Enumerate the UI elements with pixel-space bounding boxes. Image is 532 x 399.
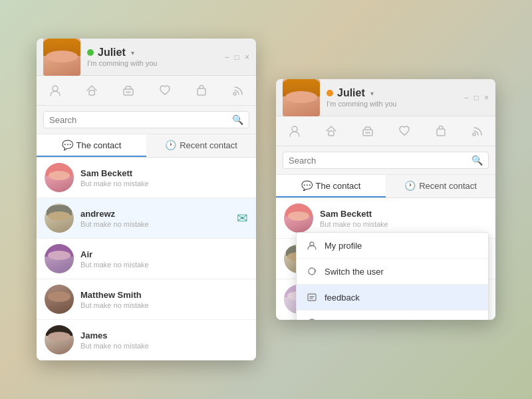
- right-window: Juliet ▾ I'm comming with you − □ ×: [276, 79, 495, 320]
- svg-point-15: [473, 133, 475, 136]
- titlebar-left: Juliet ▾ I'm comming with you − □ ×: [37, 39, 256, 76]
- avatar-face-left: [43, 39, 80, 76]
- avatar-sam-right: [284, 203, 313, 233]
- nav-bag-right[interactable]: [432, 122, 450, 140]
- contact-sub-sam-left: But make no mistake: [80, 180, 248, 188]
- contact-item-sam-left[interactable]: Sam Beckett But make no mistake: [37, 158, 256, 198]
- minimize-btn-right[interactable]: −: [464, 94, 469, 102]
- contact-info-andrewz-left: andrewz But make no mistake: [80, 209, 237, 228]
- avatar-face-right: [283, 79, 320, 116]
- svg-point-8: [292, 126, 297, 132]
- nav-home-right[interactable]: [322, 122, 340, 140]
- nav-heart-right[interactable]: [395, 122, 414, 140]
- maximize-btn-left[interactable]: □: [235, 53, 239, 61]
- search-inner-right: 🔍: [283, 152, 489, 169]
- minimize-btn-left[interactable]: −: [225, 53, 229, 61]
- contact-item-matthew-left[interactable]: Matthew Smith But make no mistake: [37, 279, 256, 320]
- search-inner-left: 🔍: [43, 111, 249, 128]
- tab-recent-icon-left: 🕐: [165, 140, 176, 150]
- menu-icon-switchuser: [306, 265, 318, 277]
- menu-icon-myprofile: [306, 239, 318, 251]
- menu-label-myprofile: My profile: [325, 241, 362, 251]
- user-name-left: Juliet: [98, 47, 126, 59]
- tab-contact-right[interactable]: 💬 The contact: [276, 175, 386, 198]
- email-icon-left: ✉: [237, 210, 248, 226]
- contact-name-sam-left: Sam Beckett: [80, 168, 248, 178]
- navbar-right: [276, 116, 495, 146]
- contact-list-left: Sam Beckett But make no mistake andrewz …: [37, 158, 256, 360]
- contact-name-matthew-left: Matthew Smith: [80, 290, 248, 300]
- svg-rect-9: [329, 131, 334, 136]
- avatar-right: [283, 79, 320, 116]
- avatar-sam-left: [45, 163, 74, 192]
- nav-rss-right[interactable]: [468, 122, 487, 140]
- menu-item-feedback[interactable]: feedback: [297, 285, 488, 311]
- close-btn-right[interactable]: ×: [484, 94, 489, 102]
- window-controls-left: − □ ×: [225, 53, 249, 61]
- nav-heart-left[interactable]: [156, 81, 174, 100]
- nav-person-right[interactable]: [285, 122, 304, 140]
- close-btn-left[interactable]: ×: [245, 53, 249, 61]
- search-icon-left[interactable]: 🔍: [232, 114, 243, 125]
- avatar-matthew-left: [45, 285, 74, 314]
- search-bar-right: 🔍: [276, 146, 495, 175]
- menu-icon-about: [306, 317, 318, 320]
- nav-rss-left[interactable]: [229, 81, 247, 100]
- chevron-icon-right[interactable]: ▾: [370, 90, 374, 97]
- search-input-left[interactable]: [49, 115, 232, 125]
- tab-contact-label-left: The contact: [76, 140, 122, 150]
- tab-recent-right[interactable]: 🕐 Recent contact: [386, 175, 495, 198]
- chevron-icon-left[interactable]: ▾: [131, 49, 134, 57]
- menu-label-about: About: [325, 319, 347, 321]
- status-dot-right: [327, 90, 333, 96]
- tab-contact-icon-right: 💬: [301, 180, 313, 191]
- svg-rect-1: [89, 90, 94, 95]
- tab-contact-icon-left: 💬: [62, 140, 73, 150]
- search-bar-left: 🔍: [37, 106, 256, 134]
- nav-bag-left[interactable]: [192, 81, 211, 100]
- contact-item-andrewz-left[interactable]: andrewz But make no mistake ✉: [37, 198, 256, 239]
- contact-name-andrewz-left: andrewz: [80, 209, 237, 219]
- contact-name-james-left: James: [80, 331, 248, 340]
- search-icon-right[interactable]: 🔍: [471, 155, 483, 166]
- dropdown-menu-right: My profile Switch the user feedback Abou…: [296, 232, 489, 320]
- contact-info-sam-left: Sam Beckett But make no mistake: [80, 168, 248, 188]
- menu-item-myprofile[interactable]: My profile: [297, 233, 488, 259]
- tab-contact-label-right: The contact: [316, 181, 361, 191]
- svg-rect-17: [308, 294, 316, 301]
- svg-point-7: [233, 92, 236, 95]
- search-input-right[interactable]: [289, 156, 471, 166]
- tab-recent-label-right: Recent contact: [419, 181, 477, 191]
- contact-name-air-left: Air: [80, 249, 248, 259]
- contact-item-air-left[interactable]: Air But make no mistake: [37, 239, 256, 279]
- menu-label-feedback: feedback: [325, 293, 360, 303]
- svg-point-0: [53, 86, 58, 91]
- window-controls-right: − □ ×: [464, 94, 489, 102]
- contact-sub-sam-right: But make no mistake: [320, 220, 487, 228]
- avatar-left: [43, 39, 80, 76]
- tab-contact-left[interactable]: 💬 The contact: [37, 134, 146, 157]
- tab-recent-icon-right: 🕐: [404, 180, 416, 191]
- tab-recent-label-left: Recent contact: [180, 140, 237, 150]
- nav-basket-right[interactable]: [358, 122, 377, 140]
- avatar-air-left: [45, 244, 74, 273]
- contact-item-james-left[interactable]: James But make no mistake: [37, 320, 256, 360]
- menu-item-switchuser[interactable]: Switch the user: [297, 259, 488, 285]
- left-window: Juliet ▾ I'm comming with you − □ ×: [37, 39, 256, 360]
- nav-basket-left[interactable]: [119, 81, 138, 100]
- contact-sub-andrewz-left: But make no mistake: [80, 220, 237, 228]
- status-dot-left: [87, 49, 94, 56]
- nav-person-left[interactable]: [46, 81, 65, 100]
- menu-label-switchuser: Switch the user: [325, 267, 384, 277]
- titlebar-right: Juliet ▾ I'm comming with you − □ ×: [276, 79, 495, 116]
- tab-recent-left[interactable]: 🕐 Recent contact: [146, 134, 256, 157]
- svg-rect-14: [437, 129, 445, 136]
- contact-info-air-left: Air But make no mistake: [80, 249, 248, 269]
- navbar-left: [37, 76, 256, 106]
- svg-point-20: [308, 319, 316, 320]
- nav-home-left[interactable]: [82, 81, 101, 100]
- contact-info-matthew-left: Matthew Smith But make no mistake: [80, 290, 248, 309]
- contact-sub-matthew-left: But make no mistake: [80, 301, 248, 309]
- maximize-btn-right[interactable]: □: [474, 94, 479, 102]
- menu-item-about[interactable]: About: [297, 311, 488, 320]
